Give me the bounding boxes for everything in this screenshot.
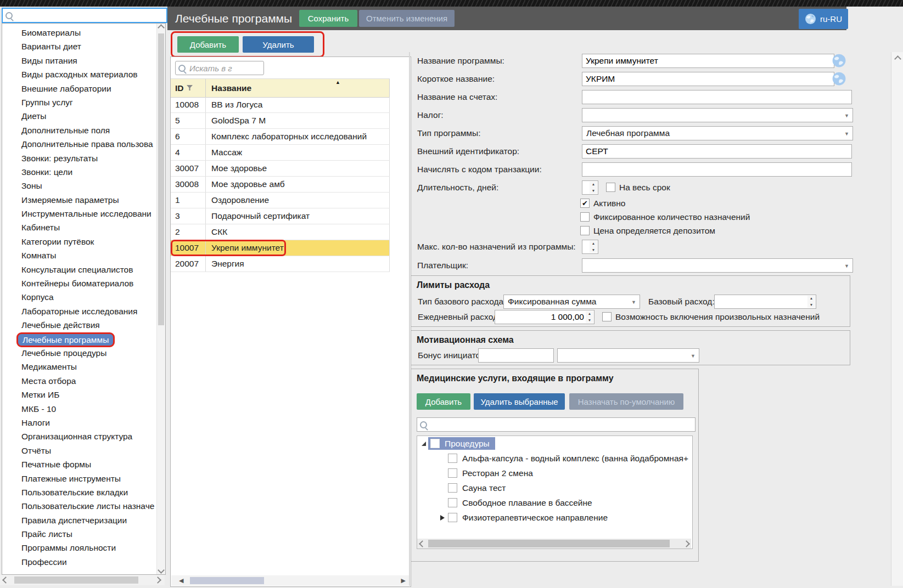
sidebar-item[interactable]: Профессии (2, 555, 156, 569)
sidebar-item[interactable]: Печатные формы (2, 457, 156, 471)
sidebar-item[interactable]: МКБ - 10 (2, 402, 156, 416)
sidebar-hscroll-thumb[interactable] (14, 576, 138, 584)
tree-item-checkbox[interactable] (448, 454, 457, 463)
tree-root-row[interactable]: Процедуры (417, 436, 692, 451)
sidebar-item[interactable]: Категории путёвок (2, 235, 156, 248)
sidebar-item[interactable]: Звонки: цели (2, 165, 156, 179)
table-row[interactable]: 3Подарочный сертификат (171, 208, 390, 224)
spin-up-icon[interactable]: ▲ (592, 183, 595, 186)
sidebar-item[interactable]: Лечебные программы (2, 332, 156, 346)
sidebar-item[interactable]: Консультации специалистов (2, 263, 156, 276)
scroll-up-icon[interactable] (895, 56, 900, 61)
transaction-code-input[interactable] (582, 162, 852, 177)
assign-default-button[interactable]: Назначать по-умолчанию (569, 393, 683, 410)
deposit-price-checkbox[interactable] (580, 226, 590, 235)
tree-collapsed-icon[interactable] (440, 515, 445, 521)
add-service-button[interactable]: Добавить (417, 393, 470, 410)
program-name-input[interactable] (582, 54, 834, 68)
table-row[interactable]: 10007Укрепи иммунитет (171, 240, 390, 256)
sidebar-vertical-scrollbar[interactable] (156, 24, 165, 574)
sidebar-item[interactable]: Правила диспетчеризации (2, 513, 156, 527)
globe-icon[interactable] (832, 54, 846, 67)
sidebar-item[interactable]: Метки ИБ (2, 388, 156, 402)
sidebar-item[interactable]: Дополнительные права пользова (2, 137, 156, 151)
program-type-dropdown[interactable]: Лечебная программа▼ (582, 126, 853, 140)
sidebar-item[interactable]: Измеряемые параметры (2, 193, 156, 207)
sidebar-vscroll-thumb[interactable] (158, 33, 164, 325)
base-type-dropdown[interactable]: Фиксированная сумма▼ (503, 295, 640, 309)
list-hscroll-thumb[interactable] (190, 577, 264, 584)
payer-dropdown[interactable]: ▼ (582, 258, 853, 273)
services-search-box[interactable] (417, 417, 696, 432)
scroll-left-icon[interactable] (420, 541, 425, 546)
tree-item-checkbox[interactable] (448, 513, 457, 522)
tax-dropdown[interactable]: ▼ (582, 108, 853, 122)
sidebar-item[interactable]: Медикаменты (2, 360, 156, 374)
sidebar-item[interactable]: Организационная структура (2, 429, 156, 443)
services-search-input[interactable] (430, 420, 695, 430)
table-row[interactable]: 6Комплекс лабораторных исследований (171, 129, 390, 145)
table-row[interactable]: 30008Мое здоровье амб (171, 177, 390, 193)
sidebar-item[interactable]: Пользовательские листы назначе (2, 499, 156, 513)
sidebar-item[interactable]: Места отбора (2, 374, 156, 388)
program-search-box[interactable] (175, 61, 264, 75)
sidebar-item[interactable]: Контейнеры биоматериалов (2, 276, 156, 290)
language-button[interactable]: ru-RU (799, 9, 848, 29)
tree-hscroll-thumb[interactable] (428, 540, 670, 547)
duration-spinner[interactable]: ▲▼ (582, 180, 598, 195)
sidebar-item[interactable]: Группы услуг (2, 95, 156, 109)
sidebar-item[interactable]: Пользовательские вкладки (2, 485, 156, 499)
table-row[interactable]: 10008ВВ из Логуса (171, 97, 390, 113)
table-row[interactable]: 30007Мое здоровье (171, 161, 390, 177)
sidebar-search-box[interactable] (2, 8, 167, 23)
program-search-input[interactable] (188, 63, 261, 74)
max-count-spinner[interactable]: ▲▼ (582, 240, 598, 254)
sidebar-item[interactable]: Внешние лаборатории (2, 82, 156, 95)
scroll-up-icon[interactable] (159, 25, 164, 30)
sidebar-item[interactable]: Виды питания (2, 54, 156, 67)
table-row[interactable]: 20007Энергия (171, 256, 390, 272)
sidebar-item[interactable]: Отчёты (2, 444, 156, 457)
tree-item-row[interactable]: Сауна тест (417, 480, 692, 495)
sidebar-item[interactable]: Дополнительные поля (2, 123, 156, 137)
sidebar-item[interactable]: Комнаты (2, 248, 156, 262)
sidebar-item[interactable]: Программы лояльности (2, 541, 156, 555)
sidebar-item[interactable]: Лабораторные исследования (2, 304, 156, 318)
table-row[interactable]: 5GolodSpa 7 М (171, 113, 390, 129)
bonus-type-dropdown[interactable]: ▼ (557, 348, 699, 363)
active-checkbox[interactable]: ✔ (580, 199, 590, 208)
spin-down-icon[interactable]: ▼ (588, 319, 591, 322)
fixed-count-checkbox[interactable] (580, 212, 590, 222)
sidebar-item[interactable]: Варианты диет (2, 39, 156, 53)
column-header-name[interactable]: Название (206, 79, 390, 97)
sidebar-item[interactable]: Биоматериалы (2, 26, 156, 39)
tree-item-checkbox[interactable] (448, 468, 457, 478)
save-button[interactable]: Сохранить (299, 10, 357, 27)
tree-item-row[interactable]: Свободное плавание в бассейне (417, 495, 692, 510)
delete-program-button[interactable]: Удалить (243, 36, 314, 53)
tree-item-checkbox[interactable] (448, 498, 457, 507)
spin-up-icon[interactable]: ▲ (592, 242, 595, 245)
external-id-input[interactable] (582, 144, 852, 159)
spin-down-icon[interactable]: ▼ (592, 248, 595, 252)
sidebar-item[interactable]: Прайс листы (2, 527, 156, 541)
sidebar-item[interactable]: Звонки: результаты (2, 151, 156, 165)
tree-item-row[interactable]: Физиотерапевтическое направление (417, 510, 692, 525)
delete-selected-services-button[interactable]: Удалить выбранные (474, 393, 565, 410)
globe-icon[interactable] (832, 72, 846, 86)
scroll-left-icon[interactable] (3, 578, 8, 583)
scroll-right-icon[interactable] (684, 541, 689, 546)
tree-item-checkbox[interactable] (448, 483, 457, 493)
scroll-left-icon[interactable]: ◀ (179, 577, 183, 584)
spin-down-icon[interactable]: ▼ (810, 303, 813, 307)
table-row[interactable]: 1Оздоровление (171, 193, 390, 208)
sidebar-item[interactable]: Виды расходных материалов (2, 67, 156, 81)
page-vertical-scrollbar[interactable] (891, 52, 903, 586)
program-list-horizontal-scrollbar[interactable]: ◀ ▶ (171, 575, 409, 586)
sidebar-item[interactable]: Корпуса (2, 290, 156, 304)
spin-up-icon[interactable]: ▲ (588, 312, 591, 315)
full-term-checkbox[interactable] (606, 183, 615, 192)
sidebar-item[interactable]: Платежные инструменты (2, 472, 156, 485)
arbitrary-assignments-checkbox[interactable] (602, 312, 612, 321)
table-row[interactable]: 4Массаж (171, 145, 390, 161)
